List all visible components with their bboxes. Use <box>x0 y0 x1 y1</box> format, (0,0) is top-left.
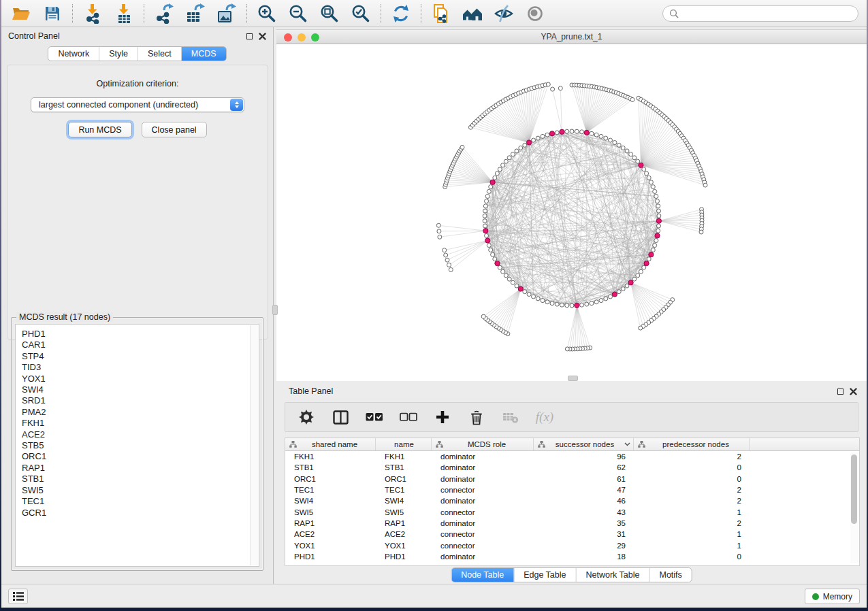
mcds-hub-node[interactable] <box>495 261 500 266</box>
tab-network[interactable]: Network <box>48 47 99 61</box>
mcds-hub-node[interactable] <box>549 131 554 136</box>
network-node[interactable] <box>604 136 608 140</box>
task-history-button[interactable] <box>8 589 28 604</box>
network-node[interactable] <box>642 167 646 171</box>
mcds-result-item[interactable]: CAR1 <box>22 340 259 350</box>
mcds-result-item[interactable]: ORC1 <box>22 451 259 462</box>
network-leaf-node[interactable] <box>438 235 442 239</box>
network-node[interactable] <box>541 134 545 138</box>
network-node[interactable] <box>647 257 651 261</box>
mcds-hub-node[interactable] <box>649 252 654 257</box>
network-node[interactable] <box>585 302 589 306</box>
network-node[interactable] <box>489 248 493 252</box>
network-node[interactable] <box>621 287 625 291</box>
mcds-hub-node[interactable] <box>518 286 523 291</box>
tab-network-table[interactable]: Network Table <box>577 568 650 582</box>
network-leaf-node[interactable] <box>699 230 703 234</box>
network-leaf-node[interactable] <box>460 145 464 149</box>
mcds-hub-node[interactable] <box>575 303 579 308</box>
mcds-result-item[interactable]: SRD1 <box>22 395 259 406</box>
network-node[interactable] <box>656 229 660 233</box>
network-node[interactable] <box>653 244 657 248</box>
network-leaf-node[interactable] <box>565 347 569 351</box>
network-node[interactable] <box>493 257 497 261</box>
network-node[interactable] <box>532 295 536 299</box>
network-node[interactable] <box>657 209 661 213</box>
hide-selected-button[interactable] <box>494 3 514 24</box>
mcds-result-item[interactable]: SWI4 <box>22 384 259 395</box>
network-node[interactable] <box>599 299 603 303</box>
network-node[interactable] <box>515 284 519 288</box>
tab-mcds[interactable]: MCDS <box>182 47 226 61</box>
column-header-shared-name[interactable]: shared name <box>285 438 376 450</box>
network-node[interactable] <box>657 224 661 228</box>
network-node[interactable] <box>617 290 621 294</box>
vertical-splitter-handle[interactable] <box>272 305 278 315</box>
network-node[interactable] <box>639 269 643 274</box>
add-column-button[interactable] <box>434 408 451 426</box>
import-table-button[interactable] <box>114 3 134 24</box>
network-node[interactable] <box>656 204 660 208</box>
mcds-hub-node[interactable] <box>560 129 564 134</box>
network-node[interactable] <box>642 265 646 269</box>
tab-node-table[interactable]: Node Table <box>451 568 514 582</box>
mcds-result-list[interactable]: PHD1CAR1STP4TID3YOX1SWI4SRD1PMA2FKH1ACE2… <box>15 324 259 567</box>
memory-button[interactable]: Memory <box>805 589 860 604</box>
network-node[interactable] <box>511 280 515 284</box>
tab-style[interactable]: Style <box>99 47 138 61</box>
tab-motifs[interactable]: Motifs <box>649 568 691 582</box>
network-node[interactable] <box>570 129 574 133</box>
network-node[interactable] <box>493 176 497 180</box>
export-table-button[interactable] <box>185 3 206 24</box>
network-node[interactable] <box>536 136 540 140</box>
mcds-hub-node[interactable] <box>655 233 660 238</box>
network-node[interactable] <box>507 277 511 281</box>
show-all-button[interactable] <box>525 3 545 24</box>
network-node[interactable] <box>545 133 549 137</box>
deselect-all-rows-button[interactable] <box>400 408 417 426</box>
network-node[interactable] <box>590 131 594 135</box>
network-node[interactable] <box>651 248 655 252</box>
network-node[interactable] <box>594 300 598 304</box>
table-row[interactable]: ACE2ACE2connector311 <box>285 529 859 540</box>
mcds-result-item[interactable]: RAP1 <box>22 463 259 474</box>
network-node[interactable] <box>570 303 574 308</box>
mcds-hub-node[interactable] <box>656 218 661 223</box>
table-row[interactable]: ORC1ORC1dominator610 <box>285 474 859 484</box>
mcds-result-item[interactable]: PHD1 <box>22 329 259 340</box>
network-node[interactable] <box>651 185 655 189</box>
network-node[interactable] <box>485 195 489 199</box>
network-node[interactable] <box>483 224 487 228</box>
mcds-result-item[interactable]: YOX1 <box>22 374 259 384</box>
network-canvas[interactable] <box>276 44 867 381</box>
network-node[interactable] <box>632 156 637 160</box>
float-table-panel-icon[interactable] <box>837 389 843 395</box>
network-node[interactable] <box>599 134 603 138</box>
network-node[interactable] <box>594 133 598 137</box>
select-all-rows-button[interactable] <box>366 408 383 426</box>
network-leaf-node[interactable] <box>445 258 449 262</box>
table-row[interactable]: STB1STB1dominator620 <box>285 462 859 473</box>
network-leaf-node[interactable] <box>481 314 485 318</box>
network-node[interactable] <box>501 163 505 167</box>
network-leaf-node[interactable] <box>443 248 447 252</box>
window-close-traffic-icon[interactable] <box>284 33 292 42</box>
network-node[interactable] <box>532 138 536 142</box>
network-node[interactable] <box>625 284 629 288</box>
network-node[interactable] <box>487 244 491 248</box>
column-header-predecessor-nodes[interactable]: predecessor nodes <box>634 438 750 450</box>
save-session-button[interactable] <box>42 3 63 24</box>
network-leaf-node[interactable] <box>558 86 562 90</box>
network-node[interactable] <box>501 269 505 274</box>
mcds-hub-node[interactable] <box>527 140 532 145</box>
network-node[interactable] <box>485 233 489 237</box>
network-leaf-node[interactable] <box>447 263 451 267</box>
delete-column-button[interactable] <box>468 408 485 426</box>
network-node[interactable] <box>580 130 584 134</box>
network-node[interactable] <box>560 303 564 307</box>
tab-select[interactable]: Select <box>138 47 182 61</box>
network-leaf-node[interactable] <box>639 326 643 330</box>
network-node[interactable] <box>483 204 487 208</box>
mcds-hub-node[interactable] <box>628 280 633 285</box>
network-node[interactable] <box>653 189 657 193</box>
